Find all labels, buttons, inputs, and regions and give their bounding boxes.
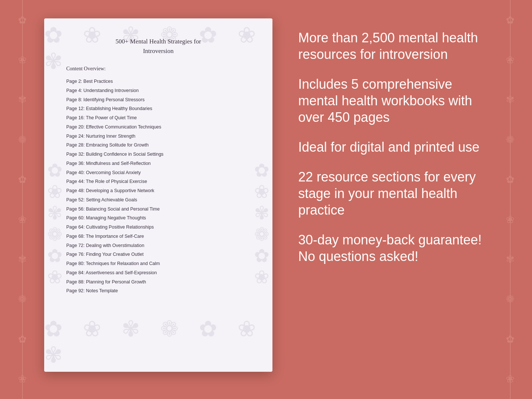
toc-item: Page 12: Establishing Healthy Boundaries — [66, 104, 250, 113]
toc-title: Best Practices — [84, 79, 113, 84]
toc-item: Page 52: Setting Achievable Goals — [66, 195, 250, 205]
toc-title: The Power of Quiet Time — [86, 115, 137, 120]
toc-item: Page 44: The Role of Physical Exercise — [66, 177, 250, 186]
toc-item: Page 36: Mindfulness and Self-Reflection — [66, 159, 250, 168]
toc-title: Cultivating Positive Relationships — [86, 225, 154, 230]
toc-title: Balancing Social and Personal Time — [86, 206, 160, 212]
toc-page-number: Page 68: — [66, 234, 85, 239]
document-panel: ✿ ❀ ✾ ❁ ✿ ❀ ✾ ✿ ❀ ✾ ❁ ✿ ❀ ✾ ✿❀✾❁✿❀ ✿❀✾❁✿… — [44, 18, 272, 372]
features-panel: More than 2,500 mental health resources … — [272, 15, 510, 293]
toc-item: Page 20: Effective Communication Techniq… — [66, 123, 250, 132]
toc-page-number: Page 44: — [66, 179, 85, 184]
toc-page-number: Page 28: — [66, 142, 85, 148]
toc-item: Page 28: Embracing Solitude for Growth — [66, 141, 250, 150]
toc-item: Page 40: Overcoming Social Anxiety — [66, 168, 250, 177]
toc-item: Page 76: Finding Your Creative Outlet — [66, 250, 250, 259]
toc-title: Understanding Introversion — [84, 88, 139, 93]
toc-item: Page 72: Dealing with Overstimulation — [66, 241, 250, 250]
feature-text-3: 22 resource sections for every stage in … — [298, 169, 488, 218]
toc-title: Planning for Personal Growth — [86, 279, 146, 285]
toc-item: Page 48: Developing a Supportive Network — [66, 186, 250, 195]
feature-text-0: More than 2,500 mental health resources … — [298, 29, 488, 63]
feature-text-4: 30-day money-back guarantee! No question… — [298, 232, 488, 265]
toc-title: Establishing Healthy Boundaries — [86, 106, 152, 111]
toc-page-number: Page 76: — [66, 252, 85, 257]
toc-page-number: Page 84: — [66, 270, 85, 275]
toc-page-number: Page 52: — [66, 197, 85, 202]
toc-page-number: Page 36: — [66, 161, 85, 166]
toc-page-number: Page 20: — [66, 124, 85, 130]
toc-item: Page 16: The Power of Quiet Time — [66, 113, 250, 123]
toc-page-number: Page 16: — [66, 115, 85, 120]
toc-title: Building Confidence in Social Settings — [86, 152, 164, 157]
toc-item: Page 64: Cultivating Positive Relationsh… — [66, 223, 250, 232]
toc-title: Effective Communication Techniques — [86, 124, 162, 130]
toc-item: Page 84: Assertiveness and Self-Expressi… — [66, 268, 250, 278]
toc-page-number: Page 92: — [66, 288, 85, 293]
toc-page-number: Page 80: — [66, 261, 85, 266]
toc-item: Page 32: Building Confidence in Social S… — [66, 150, 250, 159]
toc-item: Page 68: The Importance of Self-Care — [66, 232, 250, 241]
toc-item: Page 60: Managing Negative Thoughts — [66, 213, 250, 223]
toc-title: Developing a Supportive Network — [86, 188, 155, 193]
toc-page-number: Page 56: — [66, 206, 85, 212]
toc-title: Embracing Solitude for Growth — [86, 142, 149, 148]
toc-page-number: Page 88: — [66, 279, 85, 285]
toc-title: Assertiveness and Self-Expression — [86, 270, 157, 275]
toc-page-number: Page 32: — [66, 152, 85, 157]
watermark-left: ✿❀✾❁✿❀ — [47, 160, 63, 288]
toc-page-number: Page 60: — [66, 215, 85, 220]
toc-title: Notes Template — [86, 288, 118, 293]
toc-title: Mindfulness and Self-Reflection — [86, 161, 151, 166]
toc-page-number: Page 12: — [66, 106, 85, 111]
watermark-bottom: ✿ ❀ ✾ ❁ ✿ ❀ ✾ — [44, 316, 272, 368]
toc-title: The Role of Physical Exercise — [86, 179, 147, 184]
toc-page-number: Page 4: — [66, 88, 82, 93]
toc-title: Managing Negative Thoughts — [86, 215, 146, 220]
toc-page-number: Page 24: — [66, 134, 85, 139]
toc-title: Overcoming Social Anxiety — [86, 170, 141, 175]
toc-item: Page 88: Planning for Personal Growth — [66, 278, 250, 287]
watermark-right: ✿❀✾❁✿❀ — [254, 160, 269, 288]
toc-item: Page 8: Identifying Personal Stressors — [66, 95, 250, 105]
toc-title: Dealing with Overstimulation — [86, 243, 144, 248]
toc-title: Nurturing Inner Strength — [86, 134, 135, 139]
toc-title: Finding Your Creative Outlet — [86, 252, 144, 257]
toc-title: The Importance of Self-Care — [86, 234, 144, 239]
toc-item: Page 80: Techniques for Relaxation and C… — [66, 259, 250, 268]
table-of-contents: Page 2: Best PracticesPage 4: Understand… — [66, 77, 250, 296]
toc-page-number: Page 72: — [66, 243, 85, 248]
feature-text-2: Ideal for digital and printed use — [298, 139, 488, 155]
main-layout: ✿ ❀ ✾ ❁ ✿ ❀ ✾ ✿ ❀ ✾ ❁ ✿ ❀ ✾ ✿❀✾❁✿❀ ✿❀✾❁✿… — [0, 0, 532, 399]
toc-item: Page 24: Nurturing Inner Strength — [66, 132, 250, 141]
toc-page-number: Page 8: — [66, 97, 82, 102]
toc-item: Page 92: Notes Template — [66, 286, 250, 296]
toc-item: Page 4: Understanding Introversion — [66, 86, 250, 95]
toc-title: Techniques for Relaxation and Calm — [86, 261, 160, 266]
toc-page-number: Page 40: — [66, 170, 85, 175]
toc-page-number: Page 48: — [66, 188, 85, 193]
toc-title: Setting Achievable Goals — [86, 197, 137, 202]
toc-title: Identifying Personal Stressors — [84, 97, 145, 102]
document-title: 500+ Mental Health Strategies forIntrove… — [66, 37, 250, 56]
toc-item: Page 56: Balancing Social and Personal T… — [66, 205, 250, 214]
toc-item: Page 2: Best Practices — [66, 77, 250, 86]
content-overview-label: Content Overview: — [66, 66, 250, 72]
feature-text-1: Includes 5 comprehensive mental health w… — [298, 76, 488, 126]
toc-page-number: Page 64: — [66, 225, 85, 230]
toc-page-number: Page 2: — [66, 79, 82, 84]
